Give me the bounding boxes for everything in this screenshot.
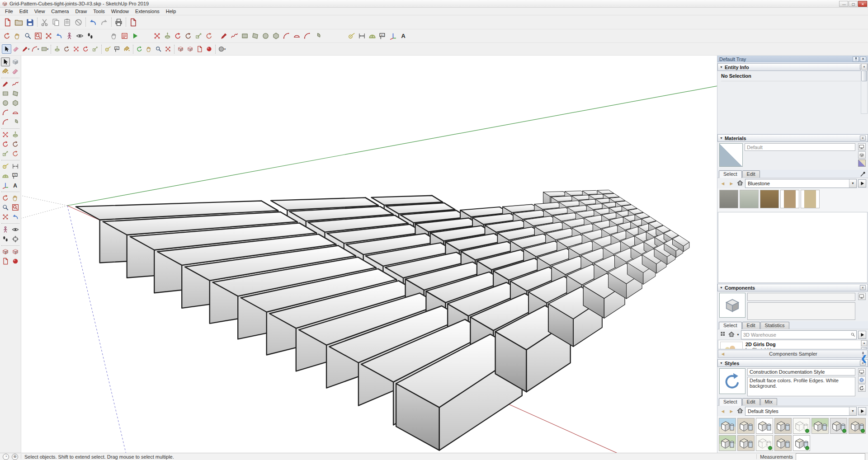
position-camera-button[interactable] [64,31,75,41]
select-button[interactable] [1,57,10,66]
components-scrollbar[interactable]: ▲ [861,340,867,349]
style-thumbnail-2[interactable] [737,418,755,434]
create-material-button[interactable] [858,151,866,159]
sandbox-button[interactable] [204,44,214,54]
view-options-button[interactable] [719,331,726,338]
rectangle-button[interactable] [240,31,250,41]
zoom-window-button[interactable] [33,31,43,41]
styles-tab-edit[interactable]: Edit [742,398,760,405]
forward-arrow-icon[interactable]: ► [728,180,735,187]
move-button[interactable] [71,44,81,54]
cut-button[interactable] [39,17,50,28]
scale-button[interactable] [90,44,100,54]
line-button[interactable]: ▾ [21,44,30,54]
warehouse-search-input[interactable] [741,332,849,338]
orbit-button[interactable] [2,31,12,41]
protractor-button[interactable] [367,31,377,41]
circle-button[interactable] [1,99,10,108]
entity-info-header[interactable]: ▼ Entity Info ✕ [717,63,868,71]
component-list-item[interactable]: 2D Girls Dogby SketchUpUse the Interact … [718,340,867,349]
zoom-previous-button[interactable] [54,31,64,41]
tray-close-button[interactable]: ✕ [860,56,866,62]
forward-arrow-icon[interactable]: ► [728,408,735,415]
menu-view[interactable]: View [31,8,48,14]
three-point-arc-button[interactable] [302,31,312,41]
zoom-button[interactable] [23,31,33,41]
sample-paint-button[interactable] [859,170,867,178]
components-secondary-pane-button[interactable] [858,293,866,300]
zoom-extents-button[interactable] [43,31,54,41]
back-arrow-icon[interactable]: ◄ [719,180,726,187]
entity-info-scrollbar[interactable]: ▲ [861,63,868,114]
materials-tab-edit[interactable]: Edit [742,170,760,178]
three-point-arc-button[interactable] [1,117,10,127]
look-around-button[interactable] [75,31,85,41]
previous-button[interactable] [11,212,20,221]
line-button[interactable] [219,31,229,41]
arc-button[interactable]: ▾ [30,44,40,54]
tray-collapse-chevron[interactable]: ❮ [861,354,867,363]
two-point-arc-button[interactable] [292,31,302,41]
chevron-down-icon[interactable]: ▾ [28,47,30,51]
zoom-button[interactable] [1,203,10,212]
credits-icon[interactable]: ⊕ [12,454,18,460]
menu-tools[interactable]: Tools [90,8,108,14]
walk-button[interactable] [85,31,95,41]
make-component-button[interactable] [11,57,20,66]
paste-button[interactable] [61,17,73,28]
zoom-button[interactable] [154,44,163,54]
chevron-down-icon[interactable]: ▾ [224,47,226,51]
rectangle-button[interactable] [1,89,10,98]
in-model-home-button[interactable] [736,180,744,187]
display-secondary-pane-button[interactable] [858,143,866,150]
rotate-button[interactable] [173,31,183,41]
play-interact-button[interactable] [130,31,140,41]
line-button[interactable] [1,80,10,89]
components-close-button[interactable]: ✕ [860,285,866,290]
pan-button[interactable] [11,193,20,202]
three-d-text-button[interactable] [11,181,20,190]
scroll-up-icon[interactable]: ▲ [861,64,867,70]
style-thumbnail-7[interactable] [830,418,847,434]
arc-button[interactable] [281,31,292,41]
material-swatch-bluestone-5[interactable] [801,190,820,208]
style-thumbnail-4[interactable] [774,418,792,434]
section-plane-button[interactable] [11,235,20,244]
dimension-button[interactable] [357,31,367,41]
zoom-extents-button[interactable] [1,212,10,221]
walk-button[interactable] [1,235,10,244]
push-pull-button[interactable] [11,130,20,139]
axes-button[interactable] [1,181,10,190]
styles-screen-button[interactable] [858,368,866,376]
eraser-button[interactable] [11,67,20,76]
save-button[interactable] [24,17,36,28]
copy-button[interactable] [50,17,61,28]
measurements-input[interactable] [796,453,865,460]
paint-bucket-button[interactable] [122,44,132,54]
arc-button[interactable] [1,108,10,117]
offset-button[interactable] [11,149,20,158]
chevron-down-icon[interactable]: ▾ [38,47,39,51]
protractor-button[interactable] [1,171,10,180]
materials-details-button[interactable] [858,179,866,188]
chevron-down-icon[interactable]: ▼ [736,333,740,336]
3d-warehouse-button[interactable] [176,44,185,54]
select-button[interactable] [2,44,11,54]
components-details-button[interactable] [858,331,866,339]
scroll-up-icon[interactable]: ▲ [861,340,867,346]
polygon-button[interactable] [11,99,20,108]
scale-button[interactable] [193,31,204,41]
rotated-rectangle-button[interactable] [250,31,260,41]
tape-measure-button[interactable] [1,162,10,171]
redo-button[interactable] [99,17,110,28]
section-display-button[interactable] [11,247,20,256]
styles-home-button[interactable] [736,408,744,415]
close-button[interactable]: ✕ [858,1,867,7]
components-tab-edit[interactable]: Edit [742,322,760,329]
rectangle-button[interactable]: ▾ [40,44,49,54]
zoom-window-button[interactable] [11,203,20,212]
model-info-button[interactable] [127,17,139,28]
style-thumbnail-1[interactable] [719,418,736,434]
follow-me-button[interactable] [11,140,20,149]
materials-list-area[interactable] [718,212,868,283]
